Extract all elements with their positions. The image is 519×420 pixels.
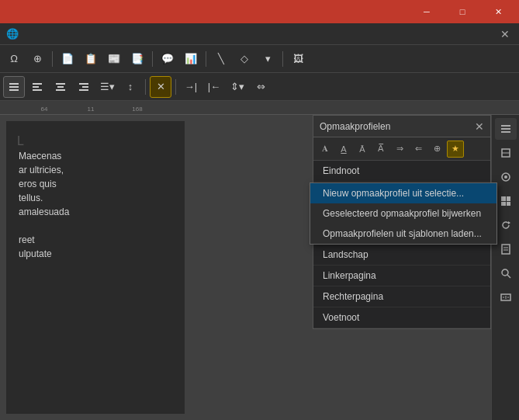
sidebar-properties-button[interactable]	[495, 118, 517, 140]
opmaak-list-item-rechterpagina[interactable]: Rechterpagina	[313, 286, 490, 307]
ruler: 64 11 168	[0, 101, 519, 115]
sidebar-gallery-icon	[500, 171, 512, 183]
caret-button[interactable]: ▾	[257, 48, 279, 70]
doc-text-line1: Maecenas	[19, 149, 172, 163]
ruler-mark-0	[9, 106, 33, 113]
svg-marker-23	[508, 221, 510, 224]
table-button[interactable]: 📊	[180, 48, 202, 70]
svg-rect-19	[501, 196, 506, 201]
ruler-marks: 64 11 168	[9, 106, 149, 113]
document-page: Maecenas ar ultricies, eros quis tellus.…	[6, 121, 185, 414]
sidebar-navigator-button[interactable]	[495, 190, 517, 212]
svg-rect-22	[507, 202, 510, 206]
minimize-button[interactable]: ─	[409, 0, 445, 23]
frame-button[interactable]: 📑	[126, 48, 148, 70]
title-bar: ─ □ ✕	[0, 0, 519, 23]
char-spacing-button[interactable]: ⇔	[250, 76, 272, 98]
style-button-4[interactable]	[73, 76, 95, 98]
svg-rect-14	[501, 131, 510, 133]
increase-indent-button[interactable]: →|	[180, 76, 202, 98]
comment-button[interactable]: 💬	[157, 48, 178, 70]
sidebar-styles-icon	[500, 147, 512, 159]
opmaak-header: Opmaakprofielen ✕	[313, 116, 490, 137]
doc-text-line7: reet	[19, 233, 172, 247]
ruler-mark-5: 168	[126, 106, 149, 113]
special-char-button[interactable]: ⊕	[26, 48, 48, 70]
sidebar-gallery-button[interactable]	[495, 166, 517, 188]
menubar-close-button[interactable]: ✕	[496, 28, 514, 40]
context-menu-item-load[interactable]: Opmaakprofielen uit sjablonen laden...	[310, 224, 497, 244]
gallery-button[interactable]: 🖼	[287, 48, 309, 70]
list-button[interactable]: ☰▾	[96, 76, 118, 98]
globe-icon[interactable]: 🌐	[5, 26, 20, 42]
opmaak-close-button[interactable]: ✕	[475, 120, 484, 133]
opmaak-icon-4[interactable]: ⇒	[391, 141, 408, 158]
sidebar-page-icon	[500, 243, 512, 255]
shape-button[interactable]: ◇	[234, 48, 255, 70]
doc-text-line4: tellus.	[19, 191, 172, 205]
svg-rect-24	[502, 245, 510, 254]
svg-rect-6	[56, 83, 65, 85]
svg-rect-8	[56, 89, 65, 91]
style-icon-3	[54, 81, 67, 93]
sidebar-refresh-icon	[500, 219, 512, 231]
template-button[interactable]: 📋	[80, 48, 102, 70]
context-menu-item-new[interactable]: Nieuw opmaakprofiel uit selectie...	[310, 183, 497, 203]
sidebar-styles-button[interactable]	[495, 142, 517, 164]
svg-rect-1	[9, 86, 19, 88]
opmaak-list-item-eindnoot[interactable]: Eindnoot	[313, 161, 490, 182]
doc-text-line5: amalesuada	[19, 205, 172, 219]
sidebar-macro-button[interactable]	[495, 286, 517, 308]
opmaak-list-item-linkerpagina[interactable]: Linkerpagina	[313, 266, 490, 286]
sidebar-navigator-icon	[500, 195, 512, 207]
doc-text-line2: ar ultricies,	[19, 163, 172, 177]
separator-5	[145, 79, 146, 95]
sidebar-refresh-button[interactable]	[495, 214, 517, 236]
close-button[interactable]: ✕	[480, 0, 516, 23]
opmaak-icon-star[interactable]: ★	[447, 141, 464, 158]
opmaak-list-item-landschap[interactable]: Landschap	[313, 245, 490, 266]
opmaak-icon-5[interactable]: ⇐	[410, 141, 427, 158]
decrease-indent-button[interactable]: |←	[203, 76, 225, 98]
style-icon-2	[31, 81, 43, 93]
layout-button[interactable]: 📰	[103, 48, 125, 70]
context-menu-item-update[interactable]: Geselecteerd opmaakprofiel bijwerken	[310, 203, 497, 224]
svg-rect-20	[507, 196, 510, 201]
svg-point-27	[502, 269, 508, 276]
ruler-mark-2	[56, 106, 79, 113]
indent-button[interactable]: ↕	[119, 76, 141, 98]
style-button-1[interactable]	[3, 76, 25, 98]
opmaak-icon-0[interactable]: 𝐀	[317, 141, 334, 158]
para-spacing-button[interactable]: ⇕▾	[227, 76, 248, 98]
new-doc-button[interactable]: 📄	[57, 48, 78, 70]
opmaak-icon-6[interactable]: ⊕	[428, 141, 445, 158]
separator-3	[206, 51, 206, 67]
separator-6	[175, 79, 176, 95]
doc-text-line6	[19, 219, 172, 233]
sidebar-list-icon	[500, 123, 512, 135]
menu-bar: 🌐 ✕	[0, 23, 519, 45]
svg-line-28	[507, 275, 510, 278]
sidebar-search-button[interactable]	[495, 262, 517, 284]
opmaak-list-item-voetnoot[interactable]: Voetnoot	[313, 307, 490, 328]
omega-button[interactable]: Ω	[3, 48, 25, 70]
clear-format-button[interactable]: ✕	[150, 76, 171, 98]
sidebar-page-button[interactable]	[495, 238, 517, 260]
svg-rect-12	[501, 125, 510, 127]
style-icon-4	[78, 81, 90, 93]
ruler-mark-4	[102, 106, 126, 113]
opmaak-title: Opmaakprofielen	[320, 121, 470, 132]
separator-1	[52, 51, 53, 67]
style-button-2[interactable]	[26, 76, 48, 98]
opmaak-icon-3[interactable]: A̅	[372, 141, 389, 158]
opmaak-icon-2[interactable]: Ā	[354, 141, 371, 158]
style-button-3[interactable]	[50, 76, 71, 98]
diagonal-button[interactable]: ╲	[210, 48, 232, 70]
opmaak-icon-1[interactable]: A	[335, 141, 352, 158]
doc-text-line3: eros quis	[19, 177, 172, 191]
svg-rect-11	[79, 89, 88, 91]
main-area: Maecenas ar ultricies, eros quis tellus.…	[0, 115, 519, 420]
style-icon-1	[8, 81, 20, 93]
maximize-button[interactable]: □	[445, 0, 480, 23]
svg-point-18	[504, 175, 507, 179]
